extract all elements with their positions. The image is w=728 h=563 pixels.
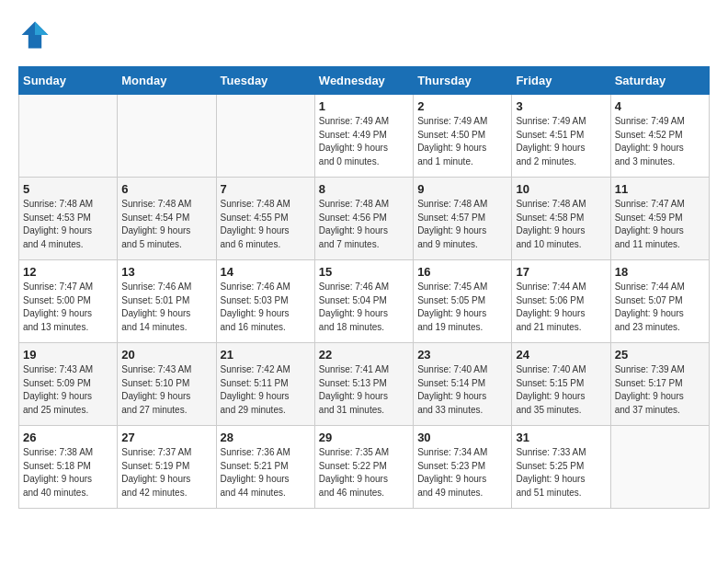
- calendar-cell: 12Sunrise: 7:47 AM Sunset: 5:00 PM Dayli…: [19, 260, 118, 343]
- day-number: 10: [516, 182, 606, 196]
- day-number: 31: [516, 431, 606, 444]
- calendar-cell: 9Sunrise: 7:48 AM Sunset: 4:57 PM Daylig…: [414, 178, 512, 260]
- calendar-cell: [610, 426, 709, 509]
- weekday-header: Wednesday: [314, 67, 413, 95]
- day-number: 14: [221, 265, 311, 279]
- calendar-week-row: 5Sunrise: 7:48 AM Sunset: 4:53 PM Daylig…: [19, 178, 710, 260]
- day-info: Sunrise: 7:48 AM Sunset: 4:58 PM Dayligh…: [516, 198, 606, 251]
- day-number: 9: [417, 182, 507, 196]
- day-info: Sunrise: 7:49 AM Sunset: 4:51 PM Dayligh…: [516, 115, 606, 168]
- calendar-cell: 8Sunrise: 7:48 AM Sunset: 4:56 PM Daylig…: [314, 178, 413, 260]
- day-info: Sunrise: 7:33 AM Sunset: 5:25 PM Dayligh…: [516, 446, 606, 500]
- day-info: Sunrise: 7:47 AM Sunset: 4:59 PM Dayligh…: [615, 198, 705, 251]
- calendar-cell: 5Sunrise: 7:48 AM Sunset: 4:53 PM Daylig…: [19, 178, 118, 260]
- logo-icon: [18, 18, 51, 52]
- calendar-week-row: 12Sunrise: 7:47 AM Sunset: 5:00 PM Dayli…: [19, 260, 710, 343]
- calendar-cell: 25Sunrise: 7:39 AM Sunset: 5:17 PM Dayli…: [610, 343, 709, 426]
- calendar-cell: 24Sunrise: 7:40 AM Sunset: 5:15 PM Dayli…: [512, 343, 610, 426]
- day-number: 11: [615, 182, 705, 196]
- calendar-header-row: SundayMondayTuesdayWednesdayThursdayFrid…: [19, 67, 710, 95]
- day-info: Sunrise: 7:42 AM Sunset: 5:11 PM Dayligh…: [221, 363, 311, 417]
- day-info: Sunrise: 7:39 AM Sunset: 5:17 PM Dayligh…: [615, 363, 705, 417]
- calendar-table: SundayMondayTuesdayWednesdayThursdayFrid…: [18, 66, 710, 509]
- day-info: Sunrise: 7:37 AM Sunset: 5:19 PM Dayligh…: [121, 446, 211, 500]
- calendar-cell: 28Sunrise: 7:36 AM Sunset: 5:21 PM Dayli…: [216, 426, 314, 509]
- calendar-cell: 1Sunrise: 7:49 AM Sunset: 4:49 PM Daylig…: [314, 95, 413, 178]
- day-info: Sunrise: 7:49 AM Sunset: 4:52 PM Dayligh…: [615, 115, 705, 168]
- day-info: Sunrise: 7:44 AM Sunset: 5:06 PM Dayligh…: [516, 281, 606, 334]
- calendar-cell: [118, 95, 216, 178]
- weekday-header: Thursday: [414, 67, 512, 95]
- calendar-cell: 11Sunrise: 7:47 AM Sunset: 4:59 PM Dayli…: [610, 178, 709, 260]
- day-number: 16: [417, 265, 507, 279]
- day-info: Sunrise: 7:48 AM Sunset: 4:53 PM Dayligh…: [23, 198, 113, 251]
- calendar-cell: 3Sunrise: 7:49 AM Sunset: 4:51 PM Daylig…: [512, 95, 610, 178]
- day-number: 18: [615, 265, 705, 279]
- calendar-cell: 26Sunrise: 7:38 AM Sunset: 5:18 PM Dayli…: [19, 426, 118, 509]
- calendar-cell: 16Sunrise: 7:45 AM Sunset: 5:05 PM Dayli…: [414, 260, 512, 343]
- day-info: Sunrise: 7:41 AM Sunset: 5:13 PM Dayligh…: [319, 363, 409, 417]
- day-info: Sunrise: 7:46 AM Sunset: 5:04 PM Dayligh…: [319, 281, 409, 334]
- day-info: Sunrise: 7:48 AM Sunset: 4:56 PM Dayligh…: [319, 198, 409, 251]
- day-info: Sunrise: 7:49 AM Sunset: 4:49 PM Dayligh…: [319, 115, 409, 168]
- calendar-cell: [19, 95, 118, 178]
- calendar-cell: 18Sunrise: 7:44 AM Sunset: 5:07 PM Dayli…: [610, 260, 709, 343]
- day-number: 12: [23, 265, 113, 279]
- day-info: Sunrise: 7:46 AM Sunset: 5:03 PM Dayligh…: [221, 281, 311, 334]
- calendar-week-row: 26Sunrise: 7:38 AM Sunset: 5:18 PM Dayli…: [19, 426, 710, 509]
- weekday-header: Sunday: [19, 67, 118, 95]
- day-number: 5: [23, 182, 113, 196]
- calendar-cell: 30Sunrise: 7:34 AM Sunset: 5:23 PM Dayli…: [414, 426, 512, 509]
- calendar-cell: 14Sunrise: 7:46 AM Sunset: 5:03 PM Dayli…: [216, 260, 314, 343]
- day-number: 30: [417, 431, 507, 444]
- day-number: 4: [615, 99, 705, 113]
- calendar-cell: 27Sunrise: 7:37 AM Sunset: 5:19 PM Dayli…: [118, 426, 216, 509]
- day-info: Sunrise: 7:43 AM Sunset: 5:10 PM Dayligh…: [121, 363, 211, 417]
- logo: [18, 18, 57, 52]
- day-number: 6: [121, 182, 211, 196]
- day-number: 24: [516, 348, 606, 362]
- day-info: Sunrise: 7:38 AM Sunset: 5:18 PM Dayligh…: [23, 446, 113, 500]
- day-number: 19: [23, 348, 113, 362]
- calendar-cell: 10Sunrise: 7:48 AM Sunset: 4:58 PM Dayli…: [512, 178, 610, 260]
- day-number: 8: [319, 182, 409, 196]
- day-number: 22: [319, 348, 409, 362]
- svg-marker-1: [35, 22, 48, 35]
- day-number: 23: [417, 348, 507, 362]
- weekday-header: Tuesday: [216, 67, 314, 95]
- day-info: Sunrise: 7:40 AM Sunset: 5:14 PM Dayligh…: [417, 363, 507, 417]
- day-info: Sunrise: 7:49 AM Sunset: 4:50 PM Dayligh…: [417, 115, 507, 168]
- day-number: 20: [121, 348, 211, 362]
- calendar-cell: 19Sunrise: 7:43 AM Sunset: 5:09 PM Dayli…: [19, 343, 118, 426]
- day-number: 29: [319, 431, 409, 444]
- day-info: Sunrise: 7:48 AM Sunset: 4:54 PM Dayligh…: [121, 198, 211, 251]
- day-number: 17: [516, 265, 606, 279]
- day-info: Sunrise: 7:35 AM Sunset: 5:22 PM Dayligh…: [319, 446, 409, 500]
- page-header: [18, 18, 710, 52]
- day-number: 21: [221, 348, 311, 362]
- calendar-body: 1Sunrise: 7:49 AM Sunset: 4:49 PM Daylig…: [19, 95, 710, 509]
- calendar-cell: 4Sunrise: 7:49 AM Sunset: 4:52 PM Daylig…: [610, 95, 709, 178]
- calendar-cell: 13Sunrise: 7:46 AM Sunset: 5:01 PM Dayli…: [118, 260, 216, 343]
- day-info: Sunrise: 7:46 AM Sunset: 5:01 PM Dayligh…: [121, 281, 211, 334]
- calendar-cell: 29Sunrise: 7:35 AM Sunset: 5:22 PM Dayli…: [314, 426, 413, 509]
- weekday-header: Friday: [512, 67, 610, 95]
- day-info: Sunrise: 7:48 AM Sunset: 4:55 PM Dayligh…: [221, 198, 311, 251]
- calendar-cell: 21Sunrise: 7:42 AM Sunset: 5:11 PM Dayli…: [216, 343, 314, 426]
- day-info: Sunrise: 7:36 AM Sunset: 5:21 PM Dayligh…: [221, 446, 311, 500]
- day-number: 2: [417, 99, 507, 113]
- day-info: Sunrise: 7:40 AM Sunset: 5:15 PM Dayligh…: [516, 363, 606, 417]
- calendar-cell: [216, 95, 314, 178]
- calendar-week-row: 19Sunrise: 7:43 AM Sunset: 5:09 PM Dayli…: [19, 343, 710, 426]
- day-info: Sunrise: 7:43 AM Sunset: 5:09 PM Dayligh…: [23, 363, 113, 417]
- calendar-cell: 20Sunrise: 7:43 AM Sunset: 5:10 PM Dayli…: [118, 343, 216, 426]
- day-number: 27: [121, 431, 211, 444]
- day-info: Sunrise: 7:34 AM Sunset: 5:23 PM Dayligh…: [417, 446, 507, 500]
- calendar-cell: 2Sunrise: 7:49 AM Sunset: 4:50 PM Daylig…: [414, 95, 512, 178]
- calendar-cell: 22Sunrise: 7:41 AM Sunset: 5:13 PM Dayli…: [314, 343, 413, 426]
- day-number: 1: [319, 99, 409, 113]
- day-info: Sunrise: 7:45 AM Sunset: 5:05 PM Dayligh…: [417, 281, 507, 334]
- day-number: 25: [615, 348, 705, 362]
- calendar-cell: 7Sunrise: 7:48 AM Sunset: 4:55 PM Daylig…: [216, 178, 314, 260]
- day-info: Sunrise: 7:47 AM Sunset: 5:00 PM Dayligh…: [23, 281, 113, 334]
